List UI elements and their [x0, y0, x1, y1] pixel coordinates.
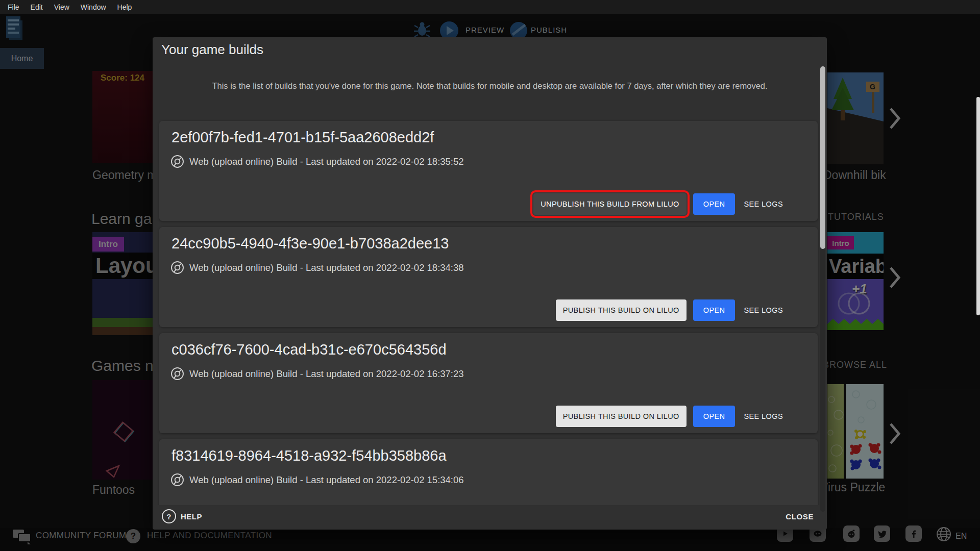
menu-bar: File Edit View Window Help: [0, 0, 980, 14]
builds-list: 2ef00f7b-fed1-4701-b15f-5aa2608edd2f Web…: [153, 116, 827, 505]
build-id: c036cf76-7600-4cad-b31c-e670c564356d: [172, 341, 447, 358]
see-logs-button[interactable]: SEE LOGS: [742, 193, 785, 215]
menu-view[interactable]: View: [48, 3, 75, 11]
chrome-browser-icon: [170, 367, 184, 381]
build-subtitle: Web (upload online) Build - Last updated…: [189, 368, 464, 380]
publish-build-button[interactable]: PUBLISH THIS BUILD ON LILUO: [556, 299, 687, 321]
build-subtitle: Web (upload online) Build - Last updated…: [189, 262, 464, 273]
open-build-button[interactable]: OPEN: [693, 193, 736, 215]
chrome-browser-icon: [170, 261, 184, 274]
dialog-title: Your game builds: [161, 42, 263, 58]
build-id: f8314619-8964-4518-a932-f54bb358b86a: [172, 447, 447, 464]
build-card: c036cf76-7600-4cad-b31c-e670c564356d Web…: [159, 333, 818, 433]
build-card: f8314619-8964-4518-a932-f54bb358b86a Web…: [159, 439, 818, 505]
open-build-button[interactable]: OPEN: [693, 406, 736, 427]
app-scrollbar[interactable]: [976, 97, 980, 315]
build-subtitle: Web (upload online) Build - Last updated…: [189, 474, 464, 486]
dialog-footer: ? HELP CLOSE: [162, 507, 814, 526]
help-circle-icon: ?: [162, 509, 176, 523]
menu-edit[interactable]: Edit: [25, 3, 48, 11]
unpublish-build-button[interactable]: UNPUBLISH THIS BUILD FROM LILUO: [533, 193, 687, 215]
publish-build-button[interactable]: PUBLISH THIS BUILD ON LILUO: [556, 406, 687, 427]
help-button-label: HELP: [181, 512, 202, 521]
game-builds-dialog: Your game builds This is the list of bui…: [153, 37, 827, 530]
menu-file[interactable]: File: [2, 3, 25, 11]
build-subtitle: Web (upload online) Build - Last updated…: [189, 156, 464, 167]
build-id: 24cc90b5-4940-4f3e-90e1-b7038a2dee13: [172, 235, 449, 252]
open-build-button[interactable]: OPEN: [693, 299, 736, 321]
chrome-browser-icon: [170, 473, 184, 487]
menu-window[interactable]: Window: [75, 3, 112, 11]
see-logs-button[interactable]: SEE LOGS: [742, 299, 785, 321]
see-logs-button[interactable]: SEE LOGS: [742, 406, 785, 427]
close-button[interactable]: CLOSE: [786, 512, 814, 521]
menu-help[interactable]: Help: [112, 3, 138, 11]
build-card: 2ef00f7b-fed1-4701-b15f-5aa2608edd2f Web…: [159, 121, 818, 221]
dialog-description: This is the list of builds that you've d…: [182, 80, 797, 92]
dialog-scrollbar-thumb[interactable]: [820, 66, 825, 249]
app-window: File Edit View Window Help PREVIEW PUBLI…: [0, 0, 980, 551]
help-button[interactable]: ? HELP: [162, 509, 202, 523]
build-card: 24cc90b5-4940-4f3e-90e1-b7038a2dee13 Web…: [159, 227, 818, 327]
chrome-browser-icon: [170, 155, 184, 168]
build-id: 2ef00f7b-fed1-4701-b15f-5aa2608edd2f: [172, 129, 434, 146]
